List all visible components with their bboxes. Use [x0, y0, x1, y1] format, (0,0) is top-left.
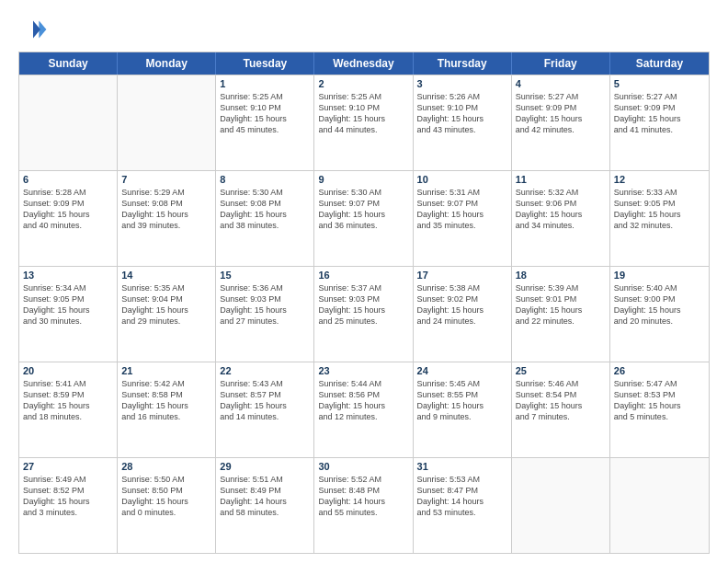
calendar-cell: 31Sunrise: 5:53 AM Sunset: 8:47 PM Dayli… [414, 458, 512, 553]
weekday-header: Tuesday [216, 52, 314, 75]
cell-day-info: Sunrise: 5:25 AM Sunset: 9:10 PM Dayligh… [318, 91, 408, 136]
calendar-row: 6Sunrise: 5:28 AM Sunset: 9:09 PM Daylig… [19, 170, 709, 266]
calendar-row: 20Sunrise: 5:41 AM Sunset: 8:59 PM Dayli… [19, 362, 709, 457]
cell-day-number: 1 [220, 78, 310, 89]
calendar-cell: 7Sunrise: 5:29 AM Sunset: 9:08 PM Daylig… [118, 171, 216, 266]
cell-day-number: 14 [121, 270, 211, 281]
calendar-cell [512, 458, 610, 553]
cell-day-info: Sunrise: 5:29 AM Sunset: 9:08 PM Dayligh… [121, 187, 211, 232]
calendar-cell: 11Sunrise: 5:32 AM Sunset: 9:06 PM Dayli… [512, 171, 610, 266]
calendar-row: 1Sunrise: 5:25 AM Sunset: 9:10 PM Daylig… [19, 75, 709, 170]
page: SundayMondayTuesdayWednesdayThursdayFrid… [0, 0, 728, 563]
cell-day-number: 12 [614, 174, 705, 185]
cell-day-info: Sunrise: 5:27 AM Sunset: 9:09 PM Dayligh… [614, 91, 705, 136]
cell-day-info: Sunrise: 5:25 AM Sunset: 9:10 PM Dayligh… [220, 91, 310, 136]
calendar-row: 13Sunrise: 5:34 AM Sunset: 9:05 PM Dayli… [19, 266, 709, 362]
calendar-cell: 8Sunrise: 5:30 AM Sunset: 9:08 PM Daylig… [216, 171, 314, 266]
cell-day-info: Sunrise: 5:41 AM Sunset: 8:59 PM Dayligh… [23, 378, 113, 423]
weekday-header: Wednesday [314, 52, 413, 75]
logo [18, 15, 51, 44]
weekday-header: Friday [512, 52, 610, 75]
calendar-cell: 25Sunrise: 5:46 AM Sunset: 8:54 PM Dayli… [512, 362, 610, 457]
cell-day-number: 5 [614, 78, 705, 89]
cell-day-info: Sunrise: 5:33 AM Sunset: 9:05 PM Dayligh… [614, 187, 705, 232]
cell-day-info: Sunrise: 5:26 AM Sunset: 9:10 PM Dayligh… [417, 91, 507, 136]
cell-day-info: Sunrise: 5:30 AM Sunset: 9:07 PM Dayligh… [318, 187, 408, 232]
cell-day-info: Sunrise: 5:37 AM Sunset: 9:03 PM Dayligh… [318, 282, 408, 327]
calendar-cell: 6Sunrise: 5:28 AM Sunset: 9:09 PM Daylig… [19, 171, 118, 266]
calendar-body: 1Sunrise: 5:25 AM Sunset: 9:10 PM Daylig… [19, 75, 709, 553]
calendar-row: 27Sunrise: 5:49 AM Sunset: 8:52 PM Dayli… [19, 457, 709, 553]
calendar-cell: 15Sunrise: 5:36 AM Sunset: 9:03 PM Dayli… [216, 267, 314, 362]
cell-day-info: Sunrise: 5:34 AM Sunset: 9:05 PM Dayligh… [23, 282, 113, 327]
cell-day-info: Sunrise: 5:31 AM Sunset: 9:07 PM Dayligh… [417, 187, 507, 232]
cell-day-number: 7 [121, 174, 211, 185]
cell-day-number: 26 [614, 365, 705, 376]
calendar-cell: 30Sunrise: 5:52 AM Sunset: 8:48 PM Dayli… [314, 458, 413, 553]
cell-day-number: 27 [23, 461, 113, 472]
header [18, 15, 710, 44]
weekday-header: Monday [118, 52, 216, 75]
cell-day-info: Sunrise: 5:44 AM Sunset: 8:56 PM Dayligh… [318, 378, 408, 423]
calendar-cell: 14Sunrise: 5:35 AM Sunset: 9:04 PM Dayli… [118, 267, 216, 362]
calendar-cell: 9Sunrise: 5:30 AM Sunset: 9:07 PM Daylig… [314, 171, 413, 266]
cell-day-number: 24 [417, 365, 507, 376]
cell-day-info: Sunrise: 5:39 AM Sunset: 9:01 PM Dayligh… [516, 282, 606, 327]
cell-day-number: 2 [318, 78, 408, 89]
cell-day-number: 25 [516, 365, 606, 376]
cell-day-info: Sunrise: 5:46 AM Sunset: 8:54 PM Dayligh… [516, 378, 606, 423]
cell-day-number: 23 [318, 365, 408, 376]
calendar-cell: 23Sunrise: 5:44 AM Sunset: 8:56 PM Dayli… [314, 362, 413, 457]
cell-day-info: Sunrise: 5:52 AM Sunset: 8:48 PM Dayligh… [318, 474, 408, 519]
calendar-cell: 5Sunrise: 5:27 AM Sunset: 9:09 PM Daylig… [610, 75, 709, 170]
cell-day-number: 31 [417, 461, 507, 472]
calendar-cell: 19Sunrise: 5:40 AM Sunset: 9:00 PM Dayli… [610, 267, 709, 362]
calendar-cell: 20Sunrise: 5:41 AM Sunset: 8:59 PM Dayli… [19, 362, 118, 457]
cell-day-info: Sunrise: 5:38 AM Sunset: 9:02 PM Dayligh… [417, 282, 507, 327]
cell-day-number: 10 [417, 174, 507, 185]
calendar-cell: 28Sunrise: 5:50 AM Sunset: 8:50 PM Dayli… [118, 458, 216, 553]
calendar-cell: 3Sunrise: 5:26 AM Sunset: 9:10 PM Daylig… [414, 75, 512, 170]
cell-day-info: Sunrise: 5:30 AM Sunset: 9:08 PM Dayligh… [220, 187, 310, 232]
calendar-cell [19, 75, 118, 170]
cell-day-number: 13 [23, 270, 113, 281]
calendar-cell: 17Sunrise: 5:38 AM Sunset: 9:02 PM Dayli… [414, 267, 512, 362]
cell-day-number: 30 [318, 461, 408, 472]
cell-day-info: Sunrise: 5:28 AM Sunset: 9:09 PM Dayligh… [23, 187, 113, 232]
cell-day-number: 28 [121, 461, 211, 472]
cell-day-number: 11 [516, 174, 606, 185]
weekday-header: Sunday [19, 52, 118, 75]
cell-day-info: Sunrise: 5:45 AM Sunset: 8:55 PM Dayligh… [417, 378, 507, 423]
weekday-header: Saturday [610, 52, 709, 75]
calendar-cell: 12Sunrise: 5:33 AM Sunset: 9:05 PM Dayli… [610, 171, 709, 266]
cell-day-number: 21 [121, 365, 211, 376]
cell-day-number: 17 [417, 270, 507, 281]
calendar: SundayMondayTuesdayWednesdayThursdayFrid… [18, 52, 710, 554]
cell-day-number: 20 [23, 365, 113, 376]
cell-day-number: 22 [220, 365, 310, 376]
cell-day-info: Sunrise: 5:50 AM Sunset: 8:50 PM Dayligh… [121, 474, 211, 519]
cell-day-number: 18 [516, 270, 606, 281]
cell-day-info: Sunrise: 5:35 AM Sunset: 9:04 PM Dayligh… [121, 282, 211, 327]
cell-day-info: Sunrise: 5:51 AM Sunset: 8:49 PM Dayligh… [220, 474, 310, 519]
calendar-cell: 26Sunrise: 5:47 AM Sunset: 8:53 PM Dayli… [610, 362, 709, 457]
cell-day-number: 3 [417, 78, 507, 89]
calendar-cell: 27Sunrise: 5:49 AM Sunset: 8:52 PM Dayli… [19, 458, 118, 553]
cell-day-number: 4 [516, 78, 606, 89]
cell-day-info: Sunrise: 5:36 AM Sunset: 9:03 PM Dayligh… [220, 282, 310, 327]
calendar-cell: 24Sunrise: 5:45 AM Sunset: 8:55 PM Dayli… [414, 362, 512, 457]
logo-icon [18, 15, 48, 44]
calendar-cell: 10Sunrise: 5:31 AM Sunset: 9:07 PM Dayli… [414, 171, 512, 266]
weekday-header: Thursday [414, 52, 512, 75]
cell-day-number: 19 [614, 270, 705, 281]
calendar-cell: 1Sunrise: 5:25 AM Sunset: 9:10 PM Daylig… [216, 75, 314, 170]
cell-day-number: 6 [23, 174, 113, 185]
calendar-header: SundayMondayTuesdayWednesdayThursdayFrid… [19, 52, 709, 75]
calendar-cell: 21Sunrise: 5:42 AM Sunset: 8:58 PM Dayli… [118, 362, 216, 457]
cell-day-number: 8 [220, 174, 310, 185]
cell-day-info: Sunrise: 5:47 AM Sunset: 8:53 PM Dayligh… [614, 378, 705, 423]
calendar-cell: 4Sunrise: 5:27 AM Sunset: 9:09 PM Daylig… [512, 75, 610, 170]
calendar-cell [118, 75, 216, 170]
cell-day-info: Sunrise: 5:40 AM Sunset: 9:00 PM Dayligh… [614, 282, 705, 327]
cell-day-info: Sunrise: 5:53 AM Sunset: 8:47 PM Dayligh… [417, 474, 507, 519]
